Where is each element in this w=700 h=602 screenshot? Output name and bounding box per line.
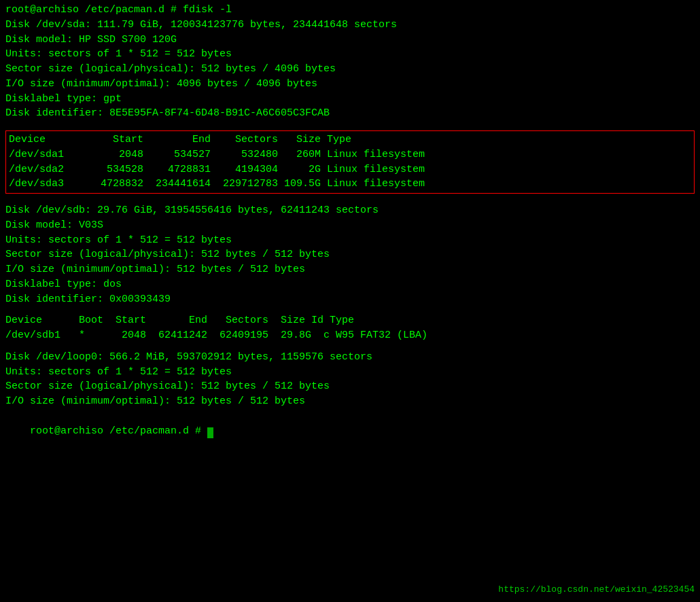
sda-disk-id: Disk identifier: 8E5E95FA-8F74-6D48-B91C… [5, 106, 695, 121]
sda-table-header: Device Start End Sectors Size Type [6, 132, 694, 147]
loop-units: Units: sectors of 1 * 512 = 512 bytes [5, 365, 695, 380]
cursor [207, 427, 213, 438]
sda-io-size: I/O size (minimum/optimal): 4096 bytes /… [5, 77, 695, 92]
loop-disk-info: Disk /dev/loop0: 566.2 MiB, 593702912 by… [5, 350, 695, 365]
loop-sector-size: Sector size (logical/physical): 512 byte… [5, 379, 695, 394]
sdb-sector-size: Sector size (logical/physical): 512 byte… [5, 247, 695, 262]
sda-sector-size: Sector size (logical/physical): 512 byte… [5, 62, 695, 77]
sda-units: Units: sectors of 1 * 512 = 512 bytes [5, 47, 695, 62]
sdb-disk-info: Disk /dev/sdb: 29.76 GiB, 31954556416 by… [5, 203, 695, 218]
sda-disk-model: Disk model: HP SSD S700 120G [5, 33, 695, 48]
sdb-units: Units: sectors of 1 * 512 = 512 bytes [5, 233, 695, 248]
prompt-top: root@archiso /etc/pacman.d # fdisk -l [5, 3, 695, 18]
prompt-bottom[interactable]: root@archiso /etc/pacman.d # [5, 409, 695, 453]
sdb-disk-id: Disk identifier: 0x00393439 [5, 292, 695, 307]
sda-table-row-3: /dev/sda3 4728832 234441614 229712783 10… [6, 177, 694, 192]
sda-partition-table: Device Start End Sectors Size Type /dev/… [5, 130, 695, 194]
sda-disklabel: Disklabel type: gpt [5, 92, 695, 107]
sda-table-row-1: /dev/sda1 2048 534527 532480 260M Linux … [6, 147, 694, 162]
terminal: root@archiso /etc/pacman.d # fdisk -l Di… [0, 0, 700, 602]
sda-disk-info: Disk /dev/sda: 111.79 GiB, 120034123776 … [5, 18, 695, 33]
sdb-disklabel: Disklabel type: dos [5, 277, 695, 292]
sda-table-row-2: /dev/sda2 534528 4728831 4194304 2G Linu… [6, 162, 694, 177]
sdb-table-row-1: /dev/sdb1 * 2048 62411242 62409195 29.8G… [5, 328, 695, 343]
watermark: https://blog.csdn.net/weixin_42523454 [498, 584, 695, 597]
sdb-io-size: I/O size (minimum/optimal): 512 bytes / … [5, 262, 695, 277]
sdb-table-header: Device Boot Start End Sectors Size Id Ty… [5, 313, 695, 328]
sdb-disk-model: Disk model: V03S [5, 218, 695, 233]
loop-io-size: I/O size (minimum/optimal): 512 bytes / … [5, 394, 695, 409]
